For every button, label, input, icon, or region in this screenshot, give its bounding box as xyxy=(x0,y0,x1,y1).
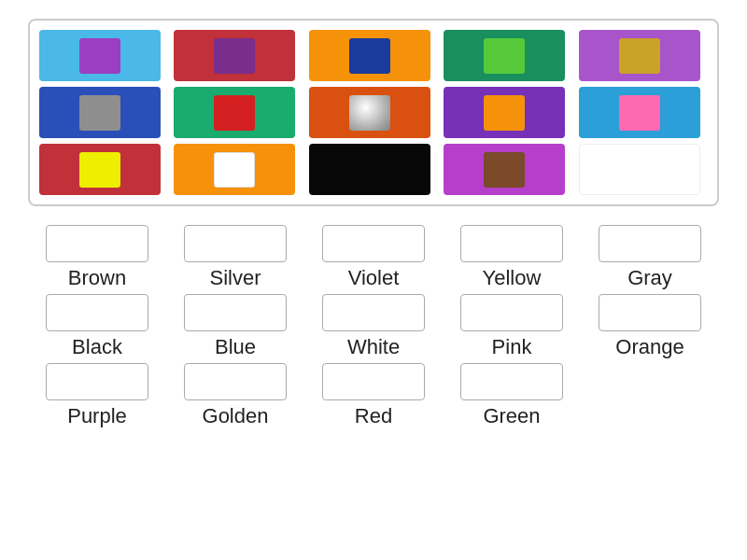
label-pink: Pink xyxy=(492,335,532,359)
label-green: Green xyxy=(483,404,540,428)
answer-box-orange[interactable] xyxy=(599,294,701,331)
swatch-3 xyxy=(309,30,430,81)
answer-row-3: Purple Golden Red Green xyxy=(28,363,719,428)
swatch-5-inner xyxy=(619,38,660,74)
swatch-2-inner xyxy=(214,38,255,74)
swatch-6 xyxy=(39,87,161,138)
answer-item-golden: Golden xyxy=(166,363,304,428)
answer-box-blue[interactable] xyxy=(184,294,287,331)
label-violet: Violet xyxy=(348,266,400,290)
answer-item-white: White xyxy=(304,294,443,359)
answer-item-violet: Violet xyxy=(304,225,443,290)
swatch-5 xyxy=(579,30,700,81)
answer-box-violet[interactable] xyxy=(322,225,425,262)
answer-box-green[interactable] xyxy=(460,363,563,400)
answer-item-blue: Blue xyxy=(166,294,304,359)
label-golden: Golden xyxy=(203,404,269,428)
label-red: Red xyxy=(355,404,392,428)
label-brown: Brown xyxy=(68,266,126,290)
answer-item-red: Red xyxy=(304,363,443,428)
answer-item-brown: Brown xyxy=(28,225,166,290)
swatch-9 xyxy=(444,87,565,138)
answer-item-pink: Pink xyxy=(443,294,581,359)
swatch-12-inner xyxy=(214,152,255,188)
answer-box-black[interactable] xyxy=(46,294,148,331)
answer-item-orange: Orange xyxy=(581,294,719,359)
swatch-14-inner xyxy=(484,152,525,188)
answer-box-silver[interactable] xyxy=(184,225,287,262)
answer-item-green: Green xyxy=(443,363,581,428)
answer-box-gray[interactable] xyxy=(599,225,701,262)
answer-row-2: Black Blue White Pink Orange xyxy=(28,294,719,359)
swatch-12 xyxy=(174,144,295,195)
swatch-7-inner xyxy=(214,95,255,131)
swatch-1-inner xyxy=(79,38,120,74)
answer-item-black: Black xyxy=(28,294,166,359)
label-blue: Blue xyxy=(215,335,256,359)
answer-item-silver: Silver xyxy=(166,225,304,290)
answer-box-red[interactable] xyxy=(322,363,425,400)
swatch-11 xyxy=(39,144,161,195)
label-orange: Orange xyxy=(615,335,684,359)
answer-box-purple[interactable] xyxy=(46,363,148,400)
swatch-7 xyxy=(174,87,295,138)
label-black: Black xyxy=(72,335,122,359)
answer-box-pink[interactable] xyxy=(460,294,563,331)
swatch-3-inner xyxy=(349,38,390,74)
swatch-11-inner xyxy=(79,152,120,188)
answer-box-golden[interactable] xyxy=(184,363,287,400)
answer-box-white[interactable] xyxy=(322,294,425,331)
swatch-6-inner xyxy=(79,95,120,131)
swatch-14 xyxy=(444,144,565,195)
swatch-8-inner xyxy=(349,95,390,131)
answer-box-yellow[interactable] xyxy=(460,225,563,262)
answer-section: Brown Silver Violet Yellow Gray Black Bl… xyxy=(28,225,719,432)
label-silver: Silver xyxy=(209,266,261,290)
label-gray: Gray xyxy=(627,266,672,290)
swatch-10-inner xyxy=(619,95,660,131)
swatch-4-inner xyxy=(484,38,525,74)
answer-box-brown[interactable] xyxy=(46,225,148,262)
swatch-9-inner xyxy=(484,95,525,131)
swatches-grid xyxy=(28,19,719,206)
label-purple: Purple xyxy=(67,404,127,428)
swatch-8 xyxy=(309,87,430,138)
answer-item-yellow: Yellow xyxy=(443,225,581,290)
swatch-1 xyxy=(39,30,161,81)
swatch-15 xyxy=(579,144,700,195)
swatch-4 xyxy=(444,30,565,81)
label-yellow: Yellow xyxy=(483,266,542,290)
swatch-10 xyxy=(579,87,700,138)
answer-item-purple: Purple xyxy=(28,363,166,428)
swatch-2 xyxy=(174,30,295,81)
answer-row-1: Brown Silver Violet Yellow Gray xyxy=(28,225,719,290)
answer-item-gray: Gray xyxy=(581,225,719,290)
label-white: White xyxy=(347,335,400,359)
swatch-13 xyxy=(309,144,430,195)
